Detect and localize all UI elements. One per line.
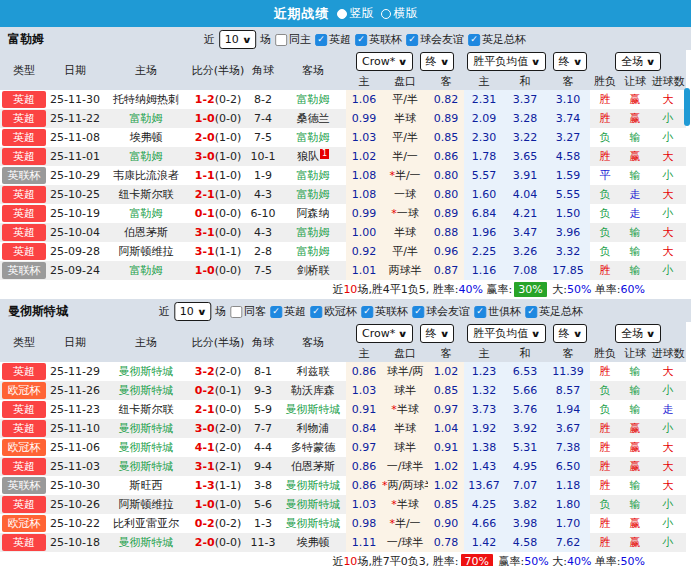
checkbox-checked-icon[interactable]: ✓ [315, 34, 327, 46]
score: 1-0(1-0) [190, 495, 246, 514]
home-team-name: 富勒姆 [130, 264, 163, 277]
select-value: 胜平负均值 [473, 54, 528, 69]
checkbox-checked-icon[interactable]: ✓ [474, 306, 486, 318]
competition-filter[interactable]: ✓英足总杯 [468, 32, 526, 47]
competition-filter[interactable]: ✓世俱杯 [474, 304, 521, 319]
away-team: 曼彻斯特城 [280, 495, 346, 514]
competition-filter[interactable]: ✓英超 [270, 304, 306, 319]
chevron-down-icon: ∨ [531, 57, 541, 67]
fulltime-score: 1-1 [195, 169, 215, 182]
match-date: 25-11-23 [48, 400, 102, 419]
odds-state-select[interactable]: 终∨ [420, 324, 454, 343]
fulltime-score: 1-0 [195, 112, 215, 125]
checkbox-checked-icon[interactable]: ✓ [361, 306, 373, 318]
filter-bar: 曼彻斯特城近10∨场同客✓英超✓欧冠杯✓英联杯✓球会友谊✓世俱杯✓英足总杯 [0, 299, 691, 322]
avg-win-value: 13.67 [464, 476, 504, 495]
home-team: 富勒姆 [102, 204, 190, 223]
avg-state-select[interactable]: 终∨ [553, 324, 587, 343]
odds-company-select[interactable]: Crow*∨ [356, 52, 413, 71]
scope-select[interactable]: 全场∨ [615, 52, 660, 71]
avg-win-value: 2.30 [464, 128, 504, 147]
league-badge: 英联杯 [2, 262, 46, 279]
near-label: 近 [159, 304, 170, 319]
halftime-score: (0-0) [215, 264, 242, 277]
competition-filter[interactable]: ✓英足总杯 [525, 304, 583, 319]
league-cell: 英超 [0, 362, 48, 381]
scrollbar-thumb[interactable] [684, 88, 690, 126]
competition-filter[interactable]: ✓英联杯 [361, 304, 408, 319]
handicap-result-value-text: 走 [630, 207, 641, 220]
summary-text: 近 [332, 555, 343, 566]
league-badge: 英超 [2, 129, 46, 146]
checkbox-checked-icon[interactable]: ✓ [468, 34, 480, 46]
avg-lose-value: 3.96 [546, 223, 590, 242]
league-badge: 英超 [2, 91, 46, 108]
checkbox-checked-icon[interactable]: ✓ [310, 306, 322, 318]
avg-draw-value: 7.08 [504, 261, 546, 280]
competition-filter[interactable]: ✓球会友谊 [412, 304, 470, 319]
checkbox-checked-icon[interactable]: ✓ [412, 306, 424, 318]
checkbox-checked-icon[interactable]: ✓ [406, 34, 418, 46]
odds-state-select[interactable]: 终∨ [420, 52, 454, 71]
table-row: 英超25-10-18曼彻斯特城2-0(0-0)11-3埃弗顿1.11一/球半0.… [0, 533, 686, 552]
chevron-down-icon: ∨ [398, 57, 408, 67]
checkbox-checked-icon[interactable]: ✓ [525, 306, 537, 318]
match-count-select[interactable]: 10∨ [219, 30, 256, 49]
score: 0-1(0-0) [190, 204, 246, 223]
goals-result-value: 小 [650, 204, 686, 223]
checkbox-checked-icon[interactable]: ✓ [355, 34, 367, 46]
avg-type-select[interactable]: 胜平负均值∨ [467, 52, 545, 71]
away-team: 狼队1 [280, 147, 346, 166]
corner-score: 9-4 [246, 457, 280, 476]
competition-filter[interactable]: ✓英超 [315, 32, 351, 47]
odds-away-value: 0.88 [428, 223, 464, 242]
radio-selected-icon[interactable] [337, 9, 347, 19]
same-venue-filter[interactable]: 同客 [230, 304, 266, 319]
checkbox-checked-icon[interactable]: ✓ [270, 306, 282, 318]
goals-result-value: 大 [650, 457, 686, 476]
avg-draw-value: 3.91 [504, 166, 546, 185]
league-badge: 英超 [2, 496, 46, 513]
away-team-name: 富勒姆 [297, 188, 330, 201]
goals-result-value-text: 大 [663, 245, 674, 258]
halftime-score: (2-0) [215, 422, 242, 435]
home-team-name: 比利亚雷亚尔 [113, 517, 179, 530]
corner-score: 3-8 [246, 476, 280, 495]
away-team-name: 勒沃库森 [291, 384, 335, 397]
odds-home-value: 0.86 [346, 362, 382, 381]
checkbox-unchecked-icon[interactable] [275, 34, 287, 46]
view-option-horizontal[interactable]: 横版 [381, 5, 418, 22]
same-venue-filter[interactable]: 同主 [275, 32, 311, 47]
table-row: 英超25-11-01富勒姆3-0(1-0)10-1狼队11.02半/一0.861… [0, 147, 686, 166]
col-avg-home: 主 [464, 73, 504, 90]
result-value-text: 负 [600, 207, 611, 220]
select-value: 终 [426, 326, 437, 341]
handicap-value: 半/一 [382, 147, 428, 166]
competition-filter[interactable]: ✓英联杯 [355, 32, 402, 47]
radio-unselected-icon[interactable] [381, 9, 391, 19]
odds-company-select[interactable]: Crow*∨ [356, 324, 413, 343]
match-count-select[interactable]: 10∨ [174, 302, 211, 321]
handicap-value: 平/半 [382, 90, 428, 109]
handicap-result-value: 走 [620, 185, 650, 204]
checkbox-unchecked-icon[interactable] [230, 306, 242, 318]
away-team: 利物浦 [280, 419, 346, 438]
goals-result-value-text: 大 [663, 460, 674, 473]
handicap-result-value: 走 [620, 204, 650, 223]
avg-state-select[interactable]: 终∨ [553, 52, 587, 71]
league-cell: 英超 [0, 185, 48, 204]
fulltime-score: 3-1 [195, 460, 215, 473]
result-value-text: 负 [600, 131, 611, 144]
avg-win-value: 1.42 [464, 533, 504, 552]
scope-select[interactable]: 全场∨ [615, 324, 660, 343]
view-option-vertical[interactable]: 竖版 [337, 5, 374, 22]
score: 2-1(1-0) [190, 185, 246, 204]
goals-result-value: 小 [650, 495, 686, 514]
competition-filter[interactable]: ✓球会友谊 [406, 32, 464, 47]
result-value-text: 胜 [600, 441, 611, 454]
competition-filter[interactable]: ✓欧冠杯 [310, 304, 357, 319]
odds-away-value: 0.90 [428, 514, 464, 533]
odds-away-value: 0.91 [428, 438, 464, 457]
avg-type-select[interactable]: 胜平负均值∨ [467, 324, 545, 343]
view-label-vertical: 竖版 [350, 5, 374, 22]
